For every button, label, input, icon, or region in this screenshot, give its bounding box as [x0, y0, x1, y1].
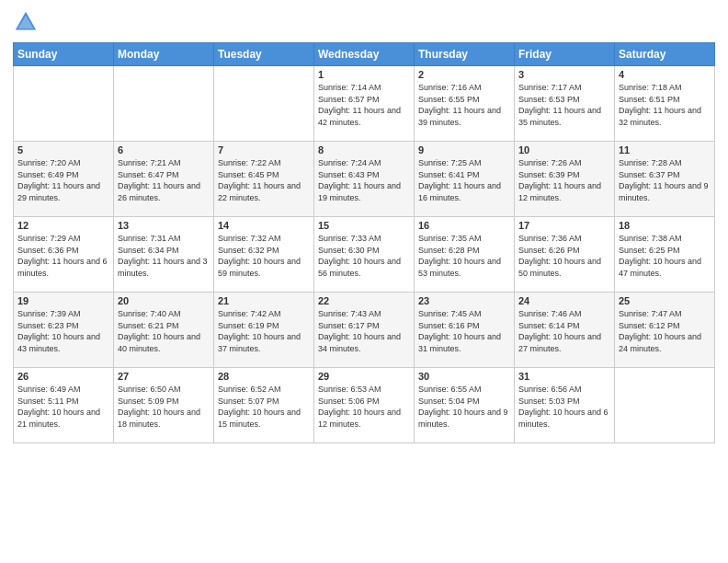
calendar-cell: [114, 66, 214, 142]
day-info: Sunrise: 7:39 AM Sunset: 6:23 PM Dayligh…: [17, 308, 109, 354]
day-info: Sunrise: 7:33 AM Sunset: 6:30 PM Dayligh…: [318, 233, 410, 279]
logo-icon: [13, 9, 39, 35]
calendar-cell: 18Sunrise: 7:38 AM Sunset: 6:25 PM Dayli…: [615, 217, 715, 293]
day-number: 24: [518, 295, 610, 306]
day-info: Sunrise: 7:32 AM Sunset: 6:32 PM Dayligh…: [218, 233, 310, 279]
calendar-cell: 16Sunrise: 7:35 AM Sunset: 6:28 PM Dayli…: [415, 217, 515, 293]
calendar-cell: 11Sunrise: 7:28 AM Sunset: 6:37 PM Dayli…: [615, 142, 715, 217]
calendar-cell: 7Sunrise: 7:22 AM Sunset: 6:45 PM Daylig…: [214, 142, 314, 217]
day-info: Sunrise: 7:21 AM Sunset: 6:47 PM Dayligh…: [118, 157, 210, 203]
calendar-cell: 15Sunrise: 7:33 AM Sunset: 6:30 PM Dayli…: [314, 217, 415, 293]
day-number: 30: [418, 371, 510, 382]
day-info: Sunrise: 7:45 AM Sunset: 6:16 PM Dayligh…: [418, 308, 510, 354]
calendar-cell: 9Sunrise: 7:25 AM Sunset: 6:41 PM Daylig…: [415, 142, 515, 217]
day-number: 2: [418, 69, 510, 80]
calendar-header-row: SundayMondayTuesdayWednesdayThursdayFrid…: [14, 43, 715, 66]
calendar-cell: 26Sunrise: 6:49 AM Sunset: 5:11 PM Dayli…: [14, 368, 114, 443]
calendar-cell: [615, 368, 715, 443]
calendar-cell: 3Sunrise: 7:17 AM Sunset: 6:53 PM Daylig…: [515, 66, 615, 142]
day-number: 26: [17, 371, 109, 382]
calendar-cell: 6Sunrise: 7:21 AM Sunset: 6:47 PM Daylig…: [114, 142, 214, 217]
calendar-header-sunday: Sunday: [14, 43, 114, 66]
day-number: 7: [218, 144, 310, 155]
day-number: 8: [318, 144, 410, 155]
day-info: Sunrise: 7:38 AM Sunset: 6:25 PM Dayligh…: [619, 233, 711, 279]
calendar-cell: 8Sunrise: 7:24 AM Sunset: 6:43 PM Daylig…: [314, 142, 415, 217]
calendar-cell: [214, 66, 314, 142]
calendar-cell: 19Sunrise: 7:39 AM Sunset: 6:23 PM Dayli…: [14, 293, 114, 368]
day-info: Sunrise: 6:53 AM Sunset: 5:06 PM Dayligh…: [318, 384, 410, 430]
calendar-cell: 14Sunrise: 7:32 AM Sunset: 6:32 PM Dayli…: [214, 217, 314, 293]
day-info: Sunrise: 6:56 AM Sunset: 5:03 PM Dayligh…: [518, 384, 610, 430]
day-number: 22: [318, 295, 410, 306]
day-info: Sunrise: 6:50 AM Sunset: 5:09 PM Dayligh…: [118, 384, 210, 430]
calendar-cell: 22Sunrise: 7:43 AM Sunset: 6:17 PM Dayli…: [314, 293, 415, 368]
calendar-cell: 1Sunrise: 7:14 AM Sunset: 6:57 PM Daylig…: [314, 66, 415, 142]
logo: [13, 9, 42, 35]
day-number: 10: [518, 144, 610, 155]
calendar-cell: 2Sunrise: 7:16 AM Sunset: 6:55 PM Daylig…: [415, 66, 515, 142]
day-number: 29: [318, 371, 410, 382]
day-info: Sunrise: 7:42 AM Sunset: 6:19 PM Dayligh…: [218, 308, 310, 354]
day-number: 23: [418, 295, 510, 306]
day-info: Sunrise: 7:26 AM Sunset: 6:39 PM Dayligh…: [518, 157, 610, 203]
calendar-header-monday: Monday: [114, 43, 214, 66]
calendar-cell: 13Sunrise: 7:31 AM Sunset: 6:34 PM Dayli…: [114, 217, 214, 293]
calendar-header-friday: Friday: [515, 43, 615, 66]
day-number: 17: [518, 220, 610, 231]
calendar-header-wednesday: Wednesday: [314, 43, 415, 66]
calendar-header-tuesday: Tuesday: [214, 43, 314, 66]
day-info: Sunrise: 7:31 AM Sunset: 6:34 PM Dayligh…: [118, 233, 210, 279]
day-info: Sunrise: 7:40 AM Sunset: 6:21 PM Dayligh…: [118, 308, 210, 354]
page: SundayMondayTuesdayWednesdayThursdayFrid…: [0, 0, 728, 563]
calendar-week-2: 5Sunrise: 7:20 AM Sunset: 6:49 PM Daylig…: [14, 142, 715, 217]
day-number: 14: [218, 220, 310, 231]
day-info: Sunrise: 7:18 AM Sunset: 6:51 PM Dayligh…: [619, 82, 711, 128]
calendar-cell: 27Sunrise: 6:50 AM Sunset: 5:09 PM Dayli…: [114, 368, 214, 443]
calendar-cell: 4Sunrise: 7:18 AM Sunset: 6:51 PM Daylig…: [615, 66, 715, 142]
day-number: 12: [17, 220, 109, 231]
day-number: 18: [619, 220, 711, 231]
calendar-cell: 29Sunrise: 6:53 AM Sunset: 5:06 PM Dayli…: [314, 368, 415, 443]
day-info: Sunrise: 7:36 AM Sunset: 6:26 PM Dayligh…: [518, 233, 610, 279]
calendar-week-4: 19Sunrise: 7:39 AM Sunset: 6:23 PM Dayli…: [14, 293, 715, 368]
calendar-cell: 12Sunrise: 7:29 AM Sunset: 6:36 PM Dayli…: [14, 217, 114, 293]
day-number: 25: [619, 295, 711, 306]
day-info: Sunrise: 6:55 AM Sunset: 5:04 PM Dayligh…: [418, 384, 510, 430]
day-number: 31: [518, 371, 610, 382]
calendar-cell: 24Sunrise: 7:46 AM Sunset: 6:14 PM Dayli…: [515, 293, 615, 368]
header: [13, 9, 715, 35]
day-number: 6: [118, 144, 210, 155]
calendar-week-3: 12Sunrise: 7:29 AM Sunset: 6:36 PM Dayli…: [14, 217, 715, 293]
day-info: Sunrise: 7:17 AM Sunset: 6:53 PM Dayligh…: [518, 82, 610, 128]
calendar-cell: 21Sunrise: 7:42 AM Sunset: 6:19 PM Dayli…: [214, 293, 314, 368]
day-info: Sunrise: 7:28 AM Sunset: 6:37 PM Dayligh…: [619, 157, 711, 203]
day-info: Sunrise: 7:14 AM Sunset: 6:57 PM Dayligh…: [318, 82, 410, 128]
day-info: Sunrise: 7:46 AM Sunset: 6:14 PM Dayligh…: [518, 308, 610, 354]
calendar-cell: [14, 66, 114, 142]
calendar-cell: 10Sunrise: 7:26 AM Sunset: 6:39 PM Dayli…: [515, 142, 615, 217]
calendar-week-1: 1Sunrise: 7:14 AM Sunset: 6:57 PM Daylig…: [14, 66, 715, 142]
day-number: 16: [418, 220, 510, 231]
day-info: Sunrise: 6:52 AM Sunset: 5:07 PM Dayligh…: [218, 384, 310, 430]
day-number: 28: [218, 371, 310, 382]
day-number: 15: [318, 220, 410, 231]
day-number: 5: [17, 144, 109, 155]
day-number: 3: [518, 69, 610, 80]
calendar-week-5: 26Sunrise: 6:49 AM Sunset: 5:11 PM Dayli…: [14, 368, 715, 443]
day-info: Sunrise: 7:35 AM Sunset: 6:28 PM Dayligh…: [418, 233, 510, 279]
calendar-cell: 28Sunrise: 6:52 AM Sunset: 5:07 PM Dayli…: [214, 368, 314, 443]
calendar-cell: 30Sunrise: 6:55 AM Sunset: 5:04 PM Dayli…: [415, 368, 515, 443]
calendar-cell: 23Sunrise: 7:45 AM Sunset: 6:16 PM Dayli…: [415, 293, 515, 368]
day-number: 11: [619, 144, 711, 155]
day-number: 13: [118, 220, 210, 231]
day-info: Sunrise: 7:25 AM Sunset: 6:41 PM Dayligh…: [418, 157, 510, 203]
day-info: Sunrise: 7:22 AM Sunset: 6:45 PM Dayligh…: [218, 157, 310, 203]
day-number: 1: [318, 69, 410, 80]
calendar-body: 1Sunrise: 7:14 AM Sunset: 6:57 PM Daylig…: [14, 66, 715, 443]
calendar-cell: 5Sunrise: 7:20 AM Sunset: 6:49 PM Daylig…: [14, 142, 114, 217]
day-number: 9: [418, 144, 510, 155]
day-info: Sunrise: 7:24 AM Sunset: 6:43 PM Dayligh…: [318, 157, 410, 203]
day-number: 21: [218, 295, 310, 306]
day-info: Sunrise: 7:20 AM Sunset: 6:49 PM Dayligh…: [17, 157, 109, 203]
